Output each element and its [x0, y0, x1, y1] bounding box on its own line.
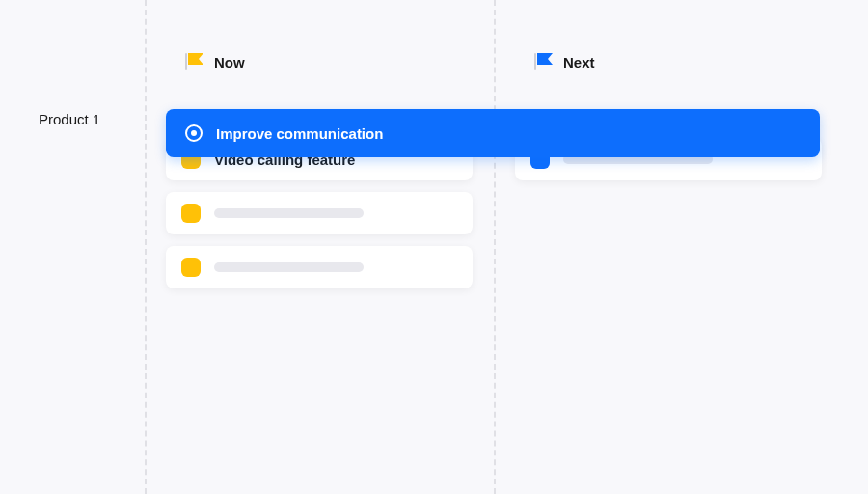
- target-icon: [185, 124, 203, 142]
- column-divider: [494, 0, 496, 494]
- columns-wrapper: Improve communication Now Video calling …: [145, 0, 868, 494]
- card-placeholder: [214, 208, 364, 218]
- column-title: Next: [563, 54, 595, 70]
- column-header-now: Now: [166, 53, 473, 70]
- goal-banner[interactable]: Improve communication: [166, 109, 820, 157]
- product-name: Product 1: [39, 111, 100, 127]
- flag-icon: [185, 53, 204, 70]
- column-header-next: Next: [515, 53, 822, 70]
- card-chip-icon: [181, 258, 201, 277]
- card[interactable]: [166, 192, 473, 234]
- card-placeholder: [214, 262, 364, 272]
- column-divider: [145, 0, 147, 494]
- column-title: Now: [214, 54, 245, 70]
- goal-title: Improve communication: [216, 125, 383, 142]
- roadmap-board: Product 1 Improve communication Now: [0, 0, 868, 494]
- flag-icon: [534, 53, 554, 70]
- cards-now: Video calling feature: [166, 138, 473, 288]
- card[interactable]: [166, 246, 473, 288]
- column-now: Now Video calling feature: [145, 0, 494, 494]
- column-next: Next: [494, 0, 843, 494]
- card-chip-icon: [181, 204, 201, 223]
- row-label: Product 1: [0, 0, 145, 494]
